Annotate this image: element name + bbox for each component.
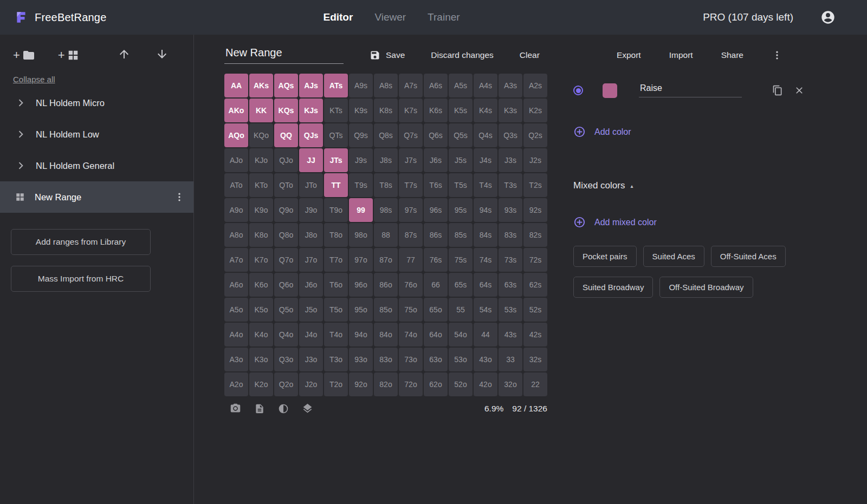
matrix-cell-92s[interactable]: 92s [523,198,547,222]
matrix-cell-72s[interactable]: 72s [523,248,547,272]
matrix-cell-T2s[interactable]: T2s [523,173,547,197]
contrast-icon[interactable] [278,403,289,414]
matrix-cell-83o[interactable]: 83o [374,348,398,371]
matrix-cell-KTs[interactable]: KTs [324,99,348,122]
matrix-cell-Q6s[interactable]: Q6s [424,123,448,147]
matrix-cell-AQo[interactable]: AQo [224,123,248,147]
matrix-cell-Q2s[interactable]: Q2s [523,123,547,147]
matrix-cell-92o[interactable]: 92o [349,372,373,396]
matrix-cell-KK[interactable]: KK [249,99,273,122]
matrix-cell-QTs[interactable]: QTs [324,123,348,147]
matrix-cell-32o[interactable]: 32o [499,372,522,396]
matrix-cell-A4s[interactable]: A4s [474,74,497,97]
matrix-cell-Q2o[interactable]: Q2o [274,372,298,396]
matrix-cell-KJo[interactable]: KJo [249,148,273,172]
matrix-cell-A6s[interactable]: A6s [424,74,448,97]
matrix-cell-95o[interactable]: 95o [349,298,373,322]
matrix-cell-76s[interactable]: 76s [424,248,448,272]
add-range-button[interactable]: + [58,49,79,61]
matrix-cell-84s[interactable]: 84s [474,223,497,247]
matrix-cell-73s[interactable]: 73s [499,248,522,272]
matrix-cell-KQs[interactable]: KQs [274,99,298,122]
matrix-cell-AJs[interactable]: AJs [299,74,323,97]
matrix-cell-K5o[interactable]: K5o [249,298,273,322]
matrix-cell-64o[interactable]: 64o [424,323,448,346]
matrix-cell-AKs[interactable]: AKs [249,74,273,97]
matrix-cell-K2s[interactable]: K2s [523,99,547,122]
matrix-cell-QJo[interactable]: QJo [274,148,298,172]
matrix-cell-T3o[interactable]: T3o [324,348,348,371]
matrix-cell-K4o[interactable]: K4o [249,323,273,346]
discard-changes-button[interactable]: Discard changes [431,50,493,60]
matrix-cell-T9o[interactable]: T9o [324,198,348,222]
matrix-cell-42s[interactable]: 42s [523,323,547,346]
matrix-cell-T6s[interactable]: T6s [424,173,448,197]
matrix-cell-J2s[interactable]: J2s [523,148,547,172]
matrix-cell-99[interactable]: 99 [349,198,373,222]
matrix-cell-53o[interactable]: 53o [449,348,473,371]
matrix-cell-Q9o[interactable]: Q9o [274,198,298,222]
matrix-cell-A3o[interactable]: A3o [224,348,248,371]
matrix-cell-98o[interactable]: 98o [349,223,373,247]
matrix-cell-54s[interactable]: 54s [474,298,497,322]
matrix-cell-A8o[interactable]: A8o [224,223,248,247]
matrix-cell-T7s[interactable]: T7s [399,173,423,197]
matrix-cell-K7s[interactable]: K7s [399,99,423,122]
import-button[interactable]: Import [669,50,693,60]
matrix-cell-53s[interactable]: 53s [499,298,522,322]
matrix-cell-K6s[interactable]: K6s [424,99,448,122]
more-options-icon[interactable] [772,50,782,61]
matrix-cell-QTo[interactable]: QTo [274,173,298,197]
move-up-button[interactable] [118,48,131,63]
matrix-cell-Q9s[interactable]: Q9s [349,123,373,147]
matrix-cell-64s[interactable]: 64s [474,273,497,297]
matrix-cell-83s[interactable]: 83s [499,223,522,247]
matrix-cell-T5o[interactable]: T5o [324,298,348,322]
matrix-cell-J8s[interactable]: J8s [374,148,398,172]
matrix-cell-32s[interactable]: 32s [523,348,547,371]
matrix-cell-T5s[interactable]: T5s [449,173,473,197]
mixed-colors-header[interactable]: Mixed colors ▴ [573,180,817,191]
tree-item-new-range-selected[interactable]: New Range [0,181,193,213]
matrix-cell-Q3o[interactable]: Q3o [274,348,298,371]
range-name-input[interactable] [224,47,344,64]
matrix-cell-43o[interactable]: 43o [474,348,497,371]
matrix-cell-A5s[interactable]: A5s [449,74,473,97]
matrix-cell-Q4o[interactable]: Q4o [274,323,298,346]
matrix-cell-J6o[interactable]: J6o [299,273,323,297]
matrix-cell-AQs[interactable]: AQs [274,74,298,97]
duplicate-color-button[interactable] [772,85,783,96]
matrix-cell-J9s[interactable]: J9s [349,148,373,172]
matrix-cell-75s[interactable]: 75s [449,248,473,272]
matrix-cell-96s[interactable]: 96s [424,198,448,222]
color-radio[interactable] [573,86,583,95]
matrix-cell-82s[interactable]: 82s [523,223,547,247]
matrix-cell-T9s[interactable]: T9s [349,173,373,197]
matrix-cell-A7o[interactable]: A7o [224,248,248,272]
matrix-cell-A2o[interactable]: A2o [224,372,248,396]
matrix-cell-JTs[interactable]: JTs [324,148,348,172]
matrix-cell-J3o[interactable]: J3o [299,348,323,371]
matrix-cell-T8o[interactable]: T8o [324,223,348,247]
matrix-cell-J2o[interactable]: J2o [299,372,323,396]
matrix-cell-K2o[interactable]: K2o [249,372,273,396]
matrix-cell-52s[interactable]: 52s [523,298,547,322]
clear-button[interactable]: Clear [520,50,540,60]
tree-item-nl-holdem-general[interactable]: NL Holdem General [0,150,193,181]
matrix-cell-63s[interactable]: 63s [499,273,522,297]
move-down-button[interactable] [156,48,169,63]
brand[interactable]: FreeBetRange [14,10,106,24]
matrix-cell-T8s[interactable]: T8s [374,173,398,197]
matrix-cell-K5s[interactable]: K5s [449,99,473,122]
matrix-cell-97o[interactable]: 97o [349,248,373,272]
matrix-cell-K8o[interactable]: K8o [249,223,273,247]
screenshot-camera-icon[interactable] [230,403,241,414]
matrix-cell-33[interactable]: 33 [499,348,522,371]
matrix-cell-K8s[interactable]: K8s [374,99,398,122]
matrix-cell-52o[interactable]: 52o [449,372,473,396]
suited-broadway-button[interactable]: Suited Broadway [573,277,653,298]
matrix-cell-TT[interactable]: TT [324,173,348,197]
matrix-cell-97s[interactable]: 97s [399,198,423,222]
matrix-cell-A9s[interactable]: A9s [349,74,373,97]
matrix-cell-J4s[interactable]: J4s [474,148,497,172]
